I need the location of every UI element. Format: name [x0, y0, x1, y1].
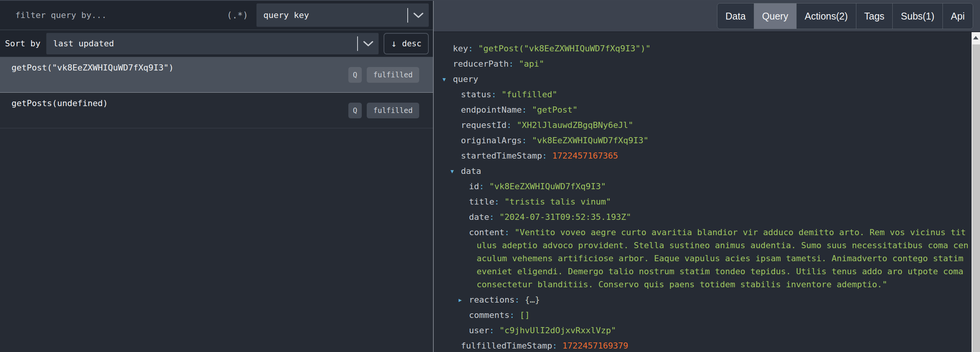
tree-row-reactions[interactable]: ▶reactions: {…} — [453, 293, 969, 306]
tree-key: startedTimeStamp — [461, 151, 542, 160]
query-type-badge: Q — [348, 103, 362, 118]
arrow-down-icon: ↓ — [391, 38, 397, 49]
query-detail-content: key: "getPost("vk8EeZXWHIQuWD7fXq9I3")"r… — [434, 32, 972, 352]
tree-key: endpointName — [461, 105, 522, 115]
sort-direction-button[interactable]: ↓ desc — [384, 33, 429, 54]
tree-key[interactable]: data — [461, 166, 481, 176]
key-value-separator: : — [494, 197, 505, 206]
tree-row-reducerpath: reducerPath: "api" — [453, 57, 969, 70]
key-value-separator: : — [505, 228, 515, 237]
key-value-separator: : — [542, 151, 552, 160]
status-badge: fulfilled — [367, 67, 419, 83]
query-badges: Qfulfilled — [348, 103, 419, 118]
filter-field-select-value: query key — [256, 10, 407, 20]
sort-direction-label: desc — [402, 39, 421, 48]
tree-value-number: 1722457169379 — [562, 341, 628, 350]
tree-key: content — [469, 228, 505, 237]
filter-query-input[interactable] — [15, 10, 222, 20]
tab-subs-1[interactable]: Subs(1) — [892, 3, 942, 29]
filter-bar: (.*) query key — [0, 1, 433, 30]
tree-value-string: "XH2lJlauwdZBgqBNy6eJl" — [517, 120, 634, 130]
tab-tags[interactable]: Tags — [856, 3, 893, 29]
regex-toggle-button[interactable]: (.*) — [225, 10, 250, 21]
tree-value-string: "2024-07-31T09:52:35.193Z" — [499, 212, 631, 222]
key-value-separator: : — [522, 105, 532, 115]
detail-tabs-header: DataQueryActions(2)TagsSubs(1)Api — [434, 1, 980, 32]
tree-value-string: "getPost" — [532, 105, 577, 115]
scrollbar-thumb[interactable] — [972, 44, 980, 352]
query-type-badge: Q — [348, 67, 362, 83]
query-list-panel: (.*) query key Sort by last updated — [0, 1, 434, 352]
key-value-separator: : — [514, 295, 525, 305]
filter-field-select[interactable]: query key — [256, 3, 429, 27]
query-detail-panel: DataQueryActions(2)TagsSubs(1)Api key: "… — [434, 1, 980, 352]
tree-key: date — [469, 212, 489, 222]
key-value-separator: : — [509, 59, 519, 69]
tree-key: user — [469, 326, 489, 335]
tree-row-status: status: "fulfilled" — [453, 88, 969, 101]
triangle-expanded-icon[interactable]: ▼ — [451, 165, 461, 178]
tree-value-string: "vk8EeZXWHIQuWD7fXq9I3" — [489, 182, 606, 191]
key-value-separator: : — [522, 136, 532, 145]
query-badges: Qfulfilled — [348, 67, 419, 83]
key-value-separator: : — [491, 90, 501, 99]
tree-value-number: 1722457167365 — [552, 151, 618, 160]
tree-row-startedtimestamp: startedTimeStamp: 1722457167365 — [453, 149, 969, 162]
scrollbar-up-button[interactable] — [972, 32, 980, 43]
triangle-collapsed-icon[interactable]: ▶ — [459, 293, 469, 306]
tree-key[interactable]: query — [453, 74, 478, 84]
tree-row-date: date: "2024-07-31T09:52:35.193Z" — [453, 211, 969, 224]
tab-data[interactable]: Data — [717, 3, 754, 29]
query-list: getPost("vk8EeZXWHIQuWD7fXq9I3")Qfulfill… — [0, 57, 433, 352]
key-value-separator: : — [468, 44, 479, 53]
vertical-scrollbar[interactable] — [972, 32, 980, 352]
chevron-down-icon — [408, 12, 429, 18]
tree-row-query[interactable]: ▼query — [453, 73, 969, 86]
key-value-separator: : — [489, 326, 500, 335]
tree-key: comments — [469, 310, 510, 320]
query-list-item-getposts[interactable]: getPosts(undefined)Qfulfilled — [0, 93, 433, 128]
tree-key[interactable]: reactions — [469, 295, 514, 305]
key-value-separator: : — [489, 212, 500, 222]
tree-value-string: "vk8EeZXWHIQuWD7fXq9I3" — [532, 136, 648, 145]
tree-row-id: id: "vk8EeZXWHIQuWD7fXq9I3" — [453, 180, 969, 193]
triangle-expanded-icon[interactable]: ▼ — [443, 73, 453, 86]
tree-key: status — [461, 90, 491, 99]
tab-bar: DataQueryActions(2)TagsSubs(1)Api — [717, 3, 973, 29]
tab-actions-2[interactable]: Actions(2) — [796, 3, 856, 29]
tree-key: id — [469, 182, 479, 191]
arrow-up-icon — [973, 36, 978, 39]
key-value-separator: : — [479, 182, 490, 191]
rtk-query-devtools-panel: (.*) query key Sort by last updated — [0, 0, 980, 352]
sort-bar: Sort by last updated ↓ desc — [0, 30, 433, 57]
tree-row-user: user: "c9jhvUlI2dOjxvRxxlVzp" — [453, 324, 969, 337]
tree-value-string: "api" — [519, 59, 544, 69]
tree-row-fulfilledtimestamp: fulfilledTimeStamp: 1722457169379 — [453, 339, 969, 352]
sort-field-select[interactable]: last updated — [46, 33, 379, 54]
tab-query[interactable]: Query — [754, 3, 796, 29]
tree-key: requestId — [461, 120, 506, 130]
tree-value-preview: {…} — [525, 295, 540, 305]
tab-api[interactable]: Api — [942, 3, 973, 29]
key-value-separator: : — [510, 310, 520, 320]
key-value-separator: : — [506, 120, 517, 130]
tree-row-endpointname: endpointName: "getPost" — [453, 103, 969, 116]
tree-key: title — [469, 197, 494, 206]
tree-row-title: title: "tristis talis vinum" — [453, 195, 969, 208]
tree-value-string: "c9jhvUlI2dOjxvRxxlVzp" — [499, 326, 616, 335]
tree-key: key — [453, 44, 468, 53]
chevron-down-icon — [358, 41, 379, 47]
query-key-label: getPosts(undefined) — [11, 98, 108, 108]
tree-key: fulfilledTimeStamp — [461, 341, 552, 350]
query-list-item-getpost[interactable]: getPost("vk8EeZXWHIQuWD7fXq9I3")Qfulfill… — [0, 57, 433, 93]
tree-key: reducerPath — [453, 59, 509, 69]
tree-value-array: [] — [519, 310, 530, 320]
tree-row-data[interactable]: ▼data — [453, 165, 969, 178]
json-tree: key: "getPost("vk8EeZXWHIQuWD7fXq9I3")"r… — [453, 42, 969, 352]
query-key-label: getPost("vk8EeZXWHIQuWD7fXq9I3") — [11, 63, 174, 72]
tree-value-string: "Ventito voveo aegre curto avaritia blan… — [477, 228, 969, 289]
tree-value-string: "getPost("vk8EeZXWHIQuWD7fXq9I3")" — [478, 44, 650, 53]
tree-row-comments: comments: [] — [453, 309, 969, 322]
key-value-separator: : — [552, 341, 562, 350]
status-badge: fulfilled — [367, 103, 419, 118]
